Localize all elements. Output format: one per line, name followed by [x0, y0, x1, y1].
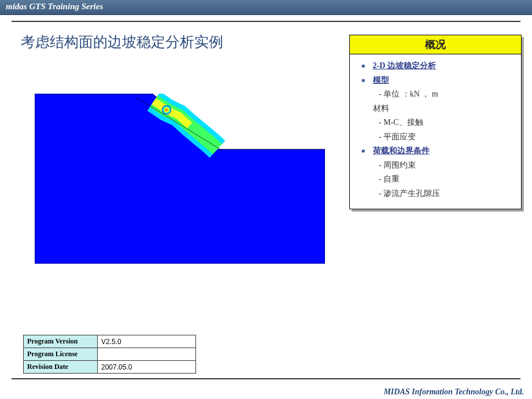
table-row: Program Version V2.5.0 [24, 335, 196, 348]
bullet-icon: ■ [361, 61, 371, 71]
svg-point-1 [162, 105, 171, 114]
header-bar: midas GTS Training Series [0, 0, 532, 15]
info-value: 2007.05.0 [98, 361, 196, 374]
info-value [98, 348, 196, 361]
bottom-rule [12, 378, 520, 379]
overview-sub: - M-C、接触 [358, 116, 515, 130]
overview-item: ■ 荷载和边界条件 [358, 144, 515, 158]
overview-sub: - 自重 [358, 172, 515, 187]
footer-text: MIDAS Information Technology Co., Ltd. [383, 387, 524, 396]
overview-link-load[interactable]: 荷载和边界条件 [373, 146, 430, 155]
table-row: Revision Date 2007.05.0 [24, 361, 196, 374]
table-row: Program License [24, 348, 196, 361]
header-title: midas GTS Training Series [6, 2, 103, 11]
overview-header: 概况 [350, 35, 521, 54]
info-label: Program License [24, 348, 98, 361]
info-table: Program Version V2.5.0 Program License R… [23, 335, 196, 374]
info-value: V2.5.0 [98, 335, 196, 348]
slope-svg [35, 94, 325, 264]
overview-item: ■ 模型 [358, 73, 515, 88]
bullet-icon: ■ [361, 75, 371, 86]
top-rule [12, 21, 520, 22]
overview-item: ■ 2-D 边坡稳定分析 [358, 59, 515, 73]
overview-body: ■ 2-D 边坡稳定分析 ■ 模型 - 单位 ：kN ， m 材料 - M-C、… [350, 54, 521, 209]
overview-panel: 概况 ■ 2-D 边坡稳定分析 ■ 模型 - 单位 ：kN ， m 材料 - M… [349, 35, 522, 209]
overview-sub: - 单位 ：kN ， m [358, 87, 515, 102]
overview-link-model[interactable]: 模型 [373, 76, 389, 84]
slope-diagram [35, 94, 325, 264]
page-body: 考虑结构面的边坡稳定分析实例 概况 [0, 15, 532, 386]
overview-sub: 材料 [358, 102, 515, 116]
overview-sub: - 平面应变 [358, 130, 515, 145]
footer-bar: MIDAS Information Technology Co., Ltd. [0, 386, 532, 399]
overview-link-2d[interactable]: 2-D 边坡稳定分析 [373, 61, 436, 70]
info-label: Revision Date [24, 361, 98, 374]
overview-sub: - 渗流产生孔隙压 [358, 187, 515, 201]
overview-sub: - 周围约束 [358, 158, 515, 173]
info-label: Program Version [24, 335, 98, 348]
bullet-icon: ■ [361, 146, 371, 156]
